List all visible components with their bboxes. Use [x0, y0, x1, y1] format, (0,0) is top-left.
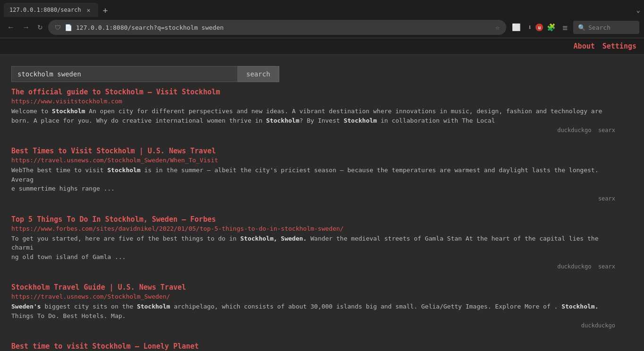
search-icon: 🔍: [578, 24, 585, 31]
back-button[interactable]: ←: [5, 22, 17, 33]
searx-source[interactable]: searx: [598, 195, 615, 202]
result-snippet: Welcome to Stockholm An open city for di…: [11, 107, 615, 125]
toolbar-icons: ⬜ ⬇ u 🧩 ≡: [509, 21, 570, 34]
result-item: The official guide to Stockholm – Visit …: [11, 88, 615, 134]
result-title[interactable]: Best time to visit Stockholm – Lonely Pl…: [11, 342, 615, 351]
new-tab-button[interactable]: +: [100, 5, 111, 15]
result-sources: duckduckgo searx: [11, 263, 615, 270]
result-sources: duckduckgo searx: [11, 127, 615, 134]
active-tab[interactable]: 127.0.0.1:8080/search ✕: [4, 3, 98, 17]
search-button[interactable]: search: [238, 66, 279, 82]
result-sources: duckduckgo: [11, 322, 615, 329]
app-nav: About Settings: [0, 38, 644, 55]
browser-chrome: 127.0.0.1:8080/search ✕ + ⌄ ← → ↻ 🛡 📄 12…: [0, 0, 644, 38]
result-url: https://www.forbes.com/sites/davidnikel/…: [11, 225, 615, 232]
result-title[interactable]: Best Times to Visit Stockholm | U.S. New…: [11, 147, 615, 155]
result-title[interactable]: Top 5 Things To Do In Stockholm, Sweden …: [11, 215, 615, 224]
settings-link[interactable]: Settings: [602, 42, 636, 50]
lock-icon: 📄: [65, 24, 72, 31]
search-input[interactable]: [11, 66, 238, 82]
forward-button[interactable]: →: [20, 22, 32, 33]
searx-source[interactable]: searx: [598, 127, 615, 134]
bookmark-icon[interactable]: ☆: [495, 23, 500, 32]
browser-search-box[interactable]: 🔍 Search: [573, 21, 639, 34]
result-snippet: Sweden's biggest city sits on the Stockh…: [11, 302, 615, 320]
result-snippet: To get you started, here are five of the…: [11, 234, 615, 262]
result-item: Best time to visit Stockholm – Lonely Pl…: [11, 342, 615, 351]
result-url: https://travel.usnews.com/Stockholm_Swed…: [11, 157, 615, 164]
result-sources: searx: [11, 195, 615, 202]
reload-button[interactable]: ↻: [35, 23, 45, 32]
result-url: https://www.visitstockholm.com: [11, 98, 615, 105]
searx-source[interactable]: searx: [598, 263, 615, 270]
result-url: https://travel.usnews.com/Stockholm_Swed…: [11, 293, 615, 300]
tab-title: 127.0.0.1:8080/search: [9, 7, 81, 13]
result-item: Best Times to Visit Stockholm | U.S. New…: [11, 147, 615, 202]
duckduckgo-source[interactable]: duckduckgo: [581, 322, 615, 329]
hamburger-menu-icon[interactable]: ≡: [560, 21, 570, 34]
browser-search-label: Search: [588, 24, 611, 31]
duckduckgo-source[interactable]: duckduckgo: [557, 127, 591, 134]
results-container: The official guide to Stockholm – Visit …: [0, 88, 644, 351]
save-page-icon[interactable]: ⬇: [525, 21, 535, 33]
result-snippet: WebThe best time to visit Stockholm is i…: [11, 166, 615, 193]
tab-menu-button[interactable]: ⌄: [636, 6, 640, 14]
reader-mode-icon[interactable]: ⬜: [509, 21, 524, 33]
duckduckgo-source[interactable]: duckduckgo: [557, 263, 591, 270]
about-link[interactable]: About: [574, 42, 595, 50]
result-item: Top 5 Things To Do In Stockholm, Sweden …: [11, 215, 615, 270]
search-area: search: [0, 55, 644, 88]
result-title[interactable]: Stockholm Travel Guide | U.S. News Trave…: [11, 283, 615, 292]
extension-badge: u: [535, 24, 543, 31]
extensions-icon[interactable]: 🧩: [544, 21, 559, 33]
result-title[interactable]: The official guide to Stockholm – Visit …: [11, 88, 615, 96]
shield-icon: 🛡: [55, 24, 61, 31]
result-item: Stockholm Travel Guide | U.S. News Trave…: [11, 283, 615, 329]
tab-close-button[interactable]: ✕: [85, 7, 92, 14]
address-bar-row: ← → ↻ 🛡 📄 127.0.0.1:8080/search?q=stockh…: [0, 17, 644, 38]
address-bar[interactable]: 🛡 📄 127.0.0.1:8080/search?q=stockholm sw…: [48, 20, 506, 35]
tab-bar: 127.0.0.1:8080/search ✕ + ⌄: [0, 0, 644, 17]
address-text: 127.0.0.1:8080/search?q=stockholm sweden: [76, 24, 492, 31]
